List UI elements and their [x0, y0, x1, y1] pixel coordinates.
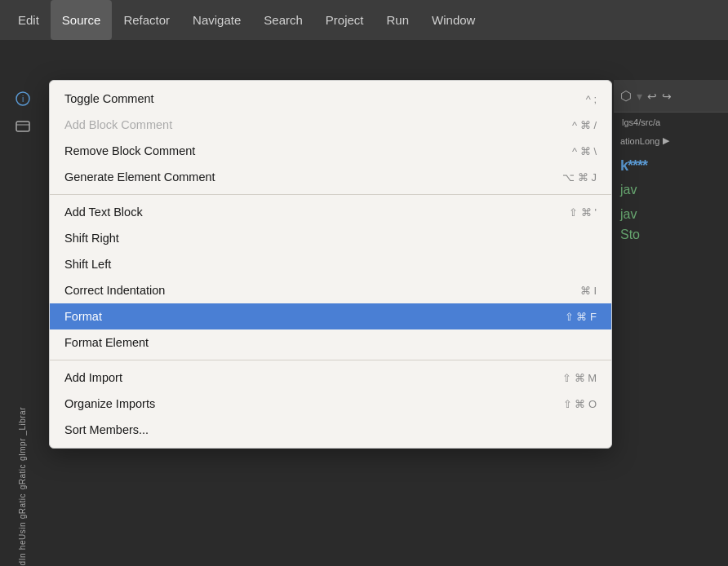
format-shortcut: ⇧ ⌘ F — [565, 311, 597, 323]
sidebar-label-undin: undIn — [18, 553, 27, 566]
remove-block-comment-label: Remove Block Comment — [64, 144, 195, 157]
java-line-2: jav — [620, 202, 721, 227]
format-element-label: Format Element — [64, 336, 149, 349]
nav-back-icon[interactable]: ↩ — [647, 90, 657, 103]
sidebar-label-gratio2: gRatic — [18, 493, 27, 519]
toolbar-icon-1[interactable]: ⬡ — [620, 88, 632, 104]
chevron-right-icon: ▶ — [663, 135, 669, 146]
sidebar-label-heusing: heUsin — [18, 522, 27, 550]
sidebar-icon-2 — [11, 114, 35, 139]
separator-2 — [50, 360, 611, 360]
toggle-comment-shortcut: ^ ; — [586, 93, 597, 105]
menu-bar: Edit Source Refactor Navigate Search Pro… — [0, 0, 728, 40]
svg-rect-2 — [16, 122, 29, 131]
add-import-label: Add Import — [64, 371, 122, 384]
sidebar-label-gimpr: gImpr — [18, 438, 27, 461]
menu-project[interactable]: Project — [314, 0, 375, 40]
separator-1 — [50, 194, 611, 195]
breadcrumb-path: lgs4/src/a — [622, 117, 660, 127]
menu-item-toggle-comment[interactable]: Toggle Comment ^ ; — [50, 86, 611, 112]
sidebar-label-library: _Librar — [18, 407, 27, 436]
add-text-block-label: Add Text Block — [64, 206, 143, 219]
code-stars: k**** — [620, 157, 721, 175]
sidebar-label-gratio1: gRatic — [18, 464, 27, 489]
java-line-1: jav — [620, 178, 721, 202]
breadcrumb-bar: lgs4/src/a — [614, 113, 728, 132]
menu-item-correct-indentation[interactable]: Correct Indentation ⌘ I — [50, 277, 611, 303]
menu-item-generate-element-comment[interactable]: Generate Element Comment ⌥ ⌘ J — [50, 164, 611, 190]
format-label: Format — [64, 310, 102, 323]
sidebar-icon-1: i — [11, 86, 35, 111]
toggle-comment-label: Toggle Comment — [64, 92, 154, 105]
correct-indentation-label: Correct Indentation — [64, 284, 165, 297]
menu-item-format[interactable]: Format ⇧ ⌘ F — [50, 303, 611, 329]
right-code: k**** jav jav Sto — [614, 149, 728, 250]
menu-item-add-import[interactable]: Add Import ⇧ ⌘ M — [50, 365, 611, 391]
menu-item-organize-imports[interactable]: Organize Imports ⇧ ⌘ O — [50, 391, 611, 417]
code-sto-line: Sto — [620, 228, 721, 242]
right-toolbar: ⬡ ▾ ↩ ↪ — [614, 80, 728, 113]
right-panel: ⬡ ▾ ↩ ↪ lgs4/src/a ationLong ▶ k**** jav… — [614, 80, 728, 566]
organize-imports-shortcut: ⇧ ⌘ O — [563, 398, 597, 410]
menu-search[interactable]: Search — [252, 0, 314, 40]
menu-navigate[interactable]: Navigate — [181, 0, 252, 40]
organize-imports-label: Organize Imports — [64, 397, 155, 410]
menu-item-shift-right[interactable]: Shift Right — [50, 225, 611, 251]
sort-members-label: Sort Members... — [64, 423, 149, 436]
main-area: i _Librar gImpr gRatic gRatic heUsin und… — [0, 40, 728, 566]
menu-item-sort-members[interactable]: Sort Members... — [50, 417, 611, 443]
source-dropdown-menu: Toggle Comment ^ ; Add Block Comment ^ ⌘… — [49, 80, 612, 449]
sidebar: i _Librar gImpr gRatic gRatic heUsin und… — [0, 80, 45, 566]
remove-block-comment-shortcut: ^ ⌘ \ — [572, 145, 597, 157]
breadcrumb-item: ationLong — [620, 136, 659, 146]
svg-text:i: i — [21, 95, 23, 104]
menu-source[interactable]: Source — [51, 0, 113, 40]
code-java-lines: jav jav — [620, 178, 721, 228]
add-import-shortcut: ⇧ ⌘ M — [562, 372, 597, 384]
toolbar-separator: ▾ — [637, 90, 642, 103]
menu-item-remove-block-comment[interactable]: Remove Block Comment ^ ⌘ \ — [50, 138, 611, 164]
menu-run[interactable]: Run — [375, 0, 421, 40]
shift-left-label: Shift Left — [64, 258, 111, 271]
add-text-block-shortcut: ⇧ ⌘ ' — [569, 206, 597, 219]
add-block-comment-shortcut: ^ ⌘ / — [572, 119, 597, 131]
menu-edit[interactable]: Edit — [7, 0, 51, 40]
menu-window[interactable]: Window — [420, 0, 486, 40]
menu-item-add-block-comment[interactable]: Add Block Comment ^ ⌘ / — [50, 112, 611, 138]
shift-right-label: Shift Right — [64, 232, 119, 245]
correct-indentation-shortcut: ⌘ I — [580, 285, 597, 297]
menu-item-add-text-block[interactable]: Add Text Block ⇧ ⌘ ' — [50, 199, 611, 225]
add-block-comment-label: Add Block Comment — [64, 118, 172, 131]
nav-forward-icon[interactable]: ↪ — [662, 90, 672, 103]
menu-item-format-element[interactable]: Format Element — [50, 329, 611, 356]
generate-element-comment-label: Generate Element Comment — [64, 170, 215, 184]
menu-refactor[interactable]: Refactor — [112, 0, 181, 40]
generate-element-comment-shortcut: ⌥ ⌘ J — [562, 171, 597, 184]
menu-item-shift-left[interactable]: Shift Left — [50, 251, 611, 277]
